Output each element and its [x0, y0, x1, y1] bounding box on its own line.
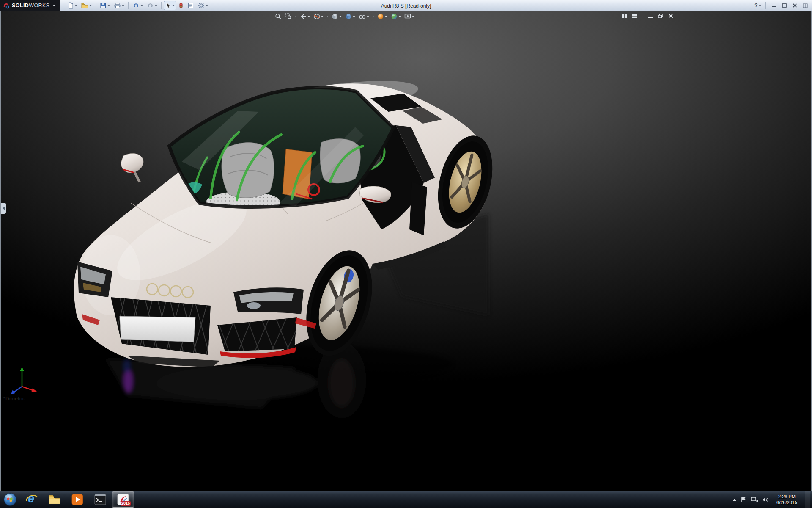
options-caret-icon [206, 5, 208, 6]
zoom-to-fit-button[interactable] [274, 13, 283, 20]
tray-volume-button[interactable] [762, 491, 769, 508]
media-player-icon [71, 494, 83, 505]
hide-show-caret-icon [367, 16, 369, 17]
section-view-caret-icon [321, 16, 324, 17]
graphics-viewport[interactable]: *Dimetric [0, 11, 812, 491]
toolbar-dot-separator [295, 16, 296, 17]
close-button[interactable] [790, 2, 799, 10]
network-icon [751, 497, 758, 503]
hide-show-eyeglasses-icon [359, 13, 366, 20]
maximize-icon [782, 3, 787, 8]
workspace-grid-icon [803, 3, 808, 8]
split-view-button[interactable] [621, 13, 628, 19]
car-model[interactable] [74, 74, 501, 367]
solidworks-menu-logo[interactable]: SOLIDWORKS [0, 0, 60, 11]
view-orientation-button[interactable] [331, 13, 343, 20]
taskbar-solidworks-2015[interactable]: 2015 [112, 491, 134, 508]
brand-text: SOLIDWORKS [12, 3, 49, 8]
document-minimize-button[interactable] [647, 13, 654, 19]
hide-show-items-button[interactable] [358, 13, 370, 20]
rebuild-button[interactable] [177, 1, 185, 10]
heads-up-view-toolbar [274, 12, 415, 21]
undo-caret-icon [140, 5, 143, 6]
arrange-windows-button[interactable] [631, 13, 638, 19]
open-icon [81, 2, 88, 9]
internet-explorer-icon: e [25, 493, 38, 506]
options-gear-icon [198, 2, 205, 9]
solidworks-version-badge: 2015 [121, 501, 131, 506]
workspace-layout-button[interactable] [801, 2, 810, 10]
edit-appearance-button[interactable] [376, 13, 388, 20]
tray-up-arrow-icon [733, 499, 736, 501]
model-canvas[interactable] [0, 11, 812, 491]
document-close-icon [668, 14, 673, 18]
split-view-icon [622, 14, 627, 19]
toolbar-dot-separator [327, 16, 328, 17]
undo-button[interactable] [131, 1, 145, 10]
taskbar-command-prompt[interactable] [89, 491, 111, 508]
zoom-to-area-button[interactable] [284, 13, 293, 20]
display-style-icon [345, 13, 352, 20]
tray-show-hidden-icons-button[interactable] [733, 491, 736, 508]
apply-scene-sphere-icon [391, 13, 398, 20]
document-close-button[interactable] [667, 13, 674, 19]
view-orientation-cube-icon [332, 13, 338, 20]
help-button[interactable]: ? [753, 2, 763, 10]
windows-taskbar: e [0, 491, 812, 508]
print-caret-icon [122, 5, 124, 6]
edit-appearance-caret-icon [385, 16, 387, 17]
previous-view-button[interactable] [299, 13, 311, 20]
rebuild-stoplight-icon [178, 2, 184, 9]
command-prompt-icon [94, 494, 106, 505]
tray-action-center-button[interactable] [740, 491, 747, 508]
close-icon [793, 3, 797, 8]
redo-caret-icon [155, 5, 157, 6]
new-document-button[interactable] [66, 1, 79, 10]
open-button[interactable] [80, 1, 93, 10]
print-icon [114, 2, 121, 9]
file-properties-icon [187, 2, 194, 9]
tray-network-button[interactable] [751, 491, 758, 508]
solidworks-application-window: SOLIDWORKS [0, 0, 812, 508]
feature-manager-collapse-tab[interactable] [1, 203, 6, 214]
taskbar-internet-explorer[interactable]: e [21, 491, 43, 508]
window-title: Audi R8 S [Read-only] [381, 0, 431, 11]
save-button[interactable] [98, 1, 112, 10]
headlight-right [233, 287, 304, 314]
toolbar-dot-separator [373, 16, 374, 17]
maximize-button[interactable] [779, 2, 789, 10]
help-caret-icon [759, 5, 761, 6]
redo-button[interactable] [145, 1, 159, 10]
apply-scene-button[interactable] [390, 13, 402, 20]
zoom-to-fit-icon [275, 13, 282, 20]
taskbar-media-player[interactable] [66, 491, 88, 508]
clock-date: 6/26/2015 [776, 500, 797, 505]
toolbar-separator [161, 2, 162, 9]
view-settings-button[interactable] [403, 13, 415, 20]
mirror-left [121, 153, 143, 182]
select-button[interactable] [164, 1, 176, 10]
folder-icon [48, 494, 61, 505]
file-properties-button[interactable] [186, 1, 196, 10]
taskbar-windows-explorer[interactable] [44, 491, 66, 508]
document-window-controls [621, 13, 674, 19]
show-desktop-button[interactable] [805, 491, 810, 508]
display-style-caret-icon [353, 16, 355, 17]
document-minimize-icon [648, 14, 653, 18]
apply-scene-caret-icon [398, 16, 401, 17]
new-document-caret-icon [75, 5, 77, 6]
section-view-button[interactable] [313, 13, 324, 20]
document-restore-button[interactable] [657, 13, 664, 19]
arrange-windows-icon [632, 14, 637, 19]
document-restore-icon [658, 14, 663, 18]
minimize-button[interactable] [769, 2, 778, 10]
display-style-button[interactable] [344, 13, 356, 20]
taskbar-clock[interactable]: 2:26 PM 6/26/2015 [773, 491, 801, 508]
view-orientation-label: *Dimetric [3, 396, 25, 402]
select-caret-icon [172, 5, 175, 6]
options-button[interactable] [196, 1, 210, 10]
print-button[interactable] [112, 1, 126, 10]
view-settings-icon [404, 13, 411, 20]
start-button[interactable] [0, 491, 20, 508]
select-cursor-icon [165, 2, 171, 9]
